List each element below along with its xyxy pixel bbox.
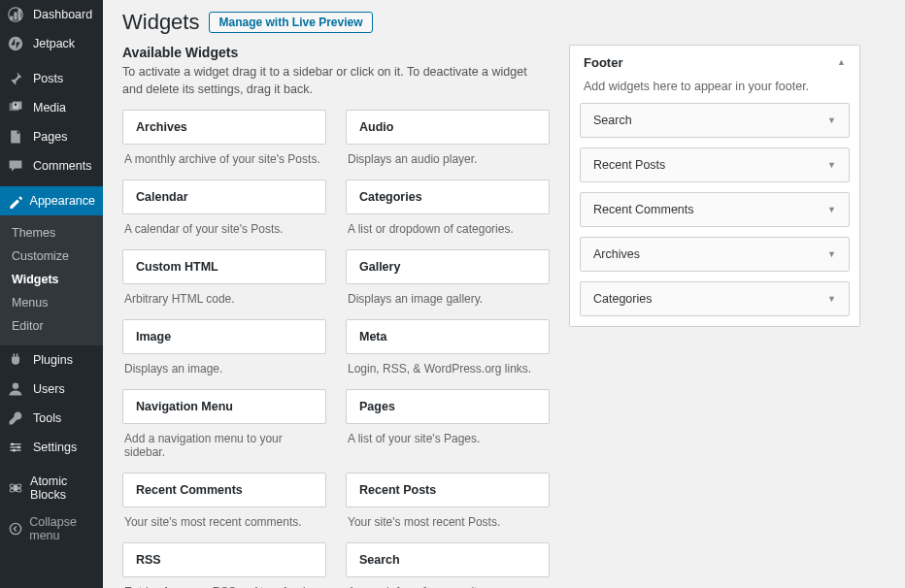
available-widget[interactable]: Search (346, 542, 550, 577)
sidebar-item-label: Media (33, 101, 66, 114)
available-widget[interactable]: Recent Comments (122, 473, 326, 507)
sidebar-item-label: Collapse menu (29, 515, 95, 542)
footer-slot-label: Archives (593, 247, 640, 261)
footer-area-slots: Search▼Recent Posts▼Recent Comments▼Arch… (570, 103, 859, 326)
available-widget-desc: Your site's most recent comments. (122, 507, 326, 542)
footer-slot[interactable]: Search▼ (580, 103, 850, 138)
dashboard-icon (8, 7, 27, 22)
comment-icon (8, 158, 27, 174)
footer-slot[interactable]: Categories▼ (580, 281, 850, 316)
live-preview-button[interactable]: Manage with Live Preview (209, 12, 372, 33)
sidebar-item-label: Pages (33, 130, 67, 144)
sidebar-item-label: Posts (33, 72, 63, 85)
settings-icon (8, 440, 27, 455)
available-widget[interactable]: Categories (346, 180, 550, 214)
sidebar-item-tools[interactable]: Tools (0, 404, 103, 433)
plugin-icon (8, 352, 27, 368)
sidebar-collapse[interactable]: Collapse menu (0, 508, 103, 549)
footer-area-desc: Add widgets here to appear in your foote… (570, 80, 859, 103)
footer-slot[interactable]: Archives▼ (580, 237, 850, 272)
svg-point-7 (11, 442, 14, 445)
admin-sidebar: Dashboard Jetpack Posts Media Pages Comm… (0, 0, 103, 588)
atomic-icon (8, 480, 24, 496)
sidebar-item-label: Plugins (33, 353, 73, 367)
available-widget-desc: Displays an image. (122, 354, 326, 389)
available-widget-desc: Arbitrary HTML code. (122, 284, 326, 319)
user-icon (8, 381, 27, 397)
sidebar-item-label: Appearance (30, 194, 95, 208)
footer-slot[interactable]: Recent Posts▼ (580, 147, 850, 182)
footer-slot-label: Recent Comments (593, 203, 694, 216)
svg-point-9 (13, 449, 16, 452)
svg-point-12 (14, 486, 17, 489)
sidebar-item-label: Comments (33, 159, 91, 173)
svg-point-3 (13, 383, 18, 389)
available-widget[interactable]: RSS (122, 542, 326, 577)
available-widget[interactable]: Archives (122, 110, 326, 145)
sidebar-item-dashboard[interactable]: Dashboard (0, 0, 103, 29)
available-widget[interactable]: Custom HTML (122, 249, 326, 284)
submenu-customize[interactable]: Customize (0, 245, 103, 268)
submenu-themes[interactable]: Themes (0, 221, 103, 245)
caret-down-icon: ▼ (827, 250, 836, 259)
appearance-icon (8, 193, 24, 209)
available-widget[interactable]: Recent Posts (346, 473, 550, 507)
page-icon (8, 129, 27, 145)
svg-point-13 (10, 523, 20, 534)
available-widget-desc: Add a navigation menu to your sidebar. (122, 424, 326, 473)
sidebar-item-posts[interactable]: Posts (0, 64, 103, 93)
tools-icon (8, 410, 27, 426)
main-content: Widgets Manage with Live Preview Availab… (103, 0, 905, 588)
available-widget[interactable]: Navigation Menu (122, 389, 326, 424)
footer-slot-label: Recent Posts (593, 158, 665, 172)
available-widget-desc: Login, RSS, & WordPress.org links. (346, 354, 550, 389)
caret-down-icon: ▼ (827, 116, 836, 125)
svg-point-1 (9, 37, 22, 50)
available-widget-desc: A monthly archive of your site's Posts. (122, 145, 326, 180)
page-title: Widgets (122, 10, 199, 35)
available-widget-desc: Displays an audio player. (346, 145, 550, 180)
available-widget-desc: Entries from any RSS or Atom feed. (122, 577, 326, 588)
available-widget[interactable]: Meta (346, 319, 550, 354)
footer-area-toggle[interactable]: Footer ▲ (570, 46, 859, 80)
available-widget[interactable]: Pages (346, 389, 550, 424)
available-widget[interactable]: Calendar (122, 180, 326, 214)
caret-down-icon: ▼ (827, 161, 836, 170)
appearance-submenu: Themes Customize Widgets Menus Editor (0, 215, 103, 345)
caret-down-icon: ▼ (827, 206, 836, 214)
available-widget-desc: A list or dropdown of categories. (346, 214, 550, 249)
footer-widget-area: Footer ▲ Add widgets here to appear in y… (569, 45, 860, 327)
available-widget-desc: A calendar of your site's Posts. (122, 214, 326, 249)
sidebar-item-comments[interactable]: Comments (0, 151, 103, 180)
sidebar-item-pages[interactable]: Pages (0, 122, 103, 151)
footer-area-title: Footer (584, 55, 622, 70)
sidebar-item-label: Dashboard (33, 8, 92, 21)
footer-slot-label: Categories (593, 292, 652, 306)
sidebar-item-plugins[interactable]: Plugins (0, 345, 103, 375)
svg-point-2 (15, 104, 17, 106)
sidebar-item-media[interactable]: Media (0, 93, 103, 122)
available-widgets-grid: ArchivesA monthly archive of your site's… (122, 110, 550, 588)
sidebar-item-label: Settings (33, 441, 77, 454)
submenu-editor[interactable]: Editor (0, 314, 103, 338)
sidebar-item-users[interactable]: Users (0, 375, 103, 404)
sidebar-item-label: Tools (33, 411, 61, 425)
available-widget[interactable]: Image (122, 319, 326, 354)
sidebar-item-atomic-blocks[interactable]: Atomic Blocks (0, 468, 103, 508)
sidebar-item-jetpack[interactable]: Jetpack (0, 29, 103, 58)
submenu-menus[interactable]: Menus (0, 291, 103, 314)
available-widget-desc: Your site's most recent Posts. (346, 507, 550, 542)
available-widget-desc: A list of your site's Pages. (346, 424, 550, 459)
available-widget-desc: Displays an image gallery. (346, 284, 550, 319)
sidebar-item-settings[interactable]: Settings (0, 433, 103, 462)
sidebar-item-appearance[interactable]: Appearance (0, 186, 103, 215)
available-widget[interactable]: Audio (346, 110, 550, 145)
available-widget[interactable]: Gallery (346, 249, 550, 284)
footer-slot-label: Search (593, 114, 632, 127)
svg-point-8 (17, 445, 20, 448)
available-widgets-title: Available Widgets (122, 45, 550, 60)
caret-up-icon: ▲ (837, 58, 846, 67)
available-widget-desc: A search form for your site. (346, 577, 550, 588)
footer-slot[interactable]: Recent Comments▼ (580, 192, 850, 227)
submenu-widgets[interactable]: Widgets (0, 268, 103, 291)
